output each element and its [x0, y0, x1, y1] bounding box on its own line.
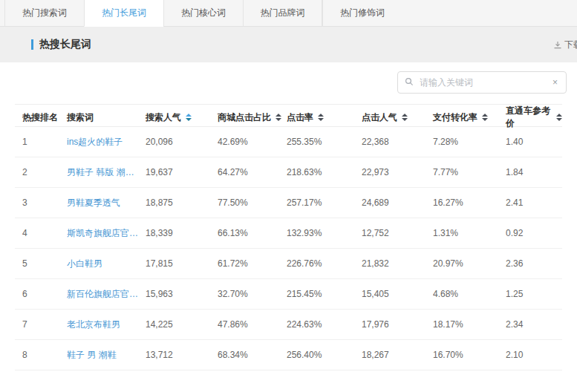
search-icon	[405, 76, 414, 89]
ztc-price-cell: 2.36	[506, 258, 562, 269]
clear-search-icon[interactable]: ×	[551, 76, 559, 88]
click-rate-cell: 224.63%	[287, 319, 362, 330]
keyword-link[interactable]: 斯凯奇旗舰店官方旗舰	[67, 227, 146, 240]
search-popularity-cell: 20,096	[146, 137, 218, 147]
section-header: 热搜长尾词 下载	[0, 27, 577, 62]
click-rate-cell: 255.35%	[287, 137, 362, 147]
keyword-link[interactable]: ins超火的鞋子	[67, 136, 146, 148]
sort-carets-icon[interactable]	[402, 114, 408, 121]
mall-click-share-cell: 77.50%	[218, 197, 287, 208]
rank-cell: 5	[22, 258, 67, 269]
download-link[interactable]: 下载	[553, 39, 577, 51]
rank-cell: 7	[22, 319, 67, 330]
rank-cell: 3	[22, 197, 67, 208]
column-label: 直通车参考价	[506, 105, 552, 130]
tab-hot-brand-words[interactable]: 热门品牌词	[243, 0, 322, 27]
sort-carets-icon[interactable]	[318, 114, 324, 121]
sort-carets-icon[interactable]	[276, 114, 281, 121]
search-popularity-cell: 18,875	[146, 197, 218, 208]
keyword-link[interactable]: 男鞋夏季透气	[67, 197, 146, 209]
rank-cell: 2	[22, 167, 67, 177]
search-popularity-cell: 18,339	[146, 228, 218, 238]
mall-click-share-cell: 47.86%	[218, 319, 287, 330]
column-header-ztc-price[interactable]: 直通车参考价	[506, 105, 562, 130]
click-rate-cell: 215.45%	[287, 289, 362, 299]
click-popularity-cell: 17,976	[362, 319, 433, 330]
sort-carets-icon[interactable]	[186, 114, 192, 121]
mall-click-share-cell: 42.69%	[218, 137, 287, 147]
column-label: 点击率	[287, 111, 313, 124]
ztc-price-cell: 2.34	[506, 319, 562, 330]
title-accent-bar	[31, 39, 33, 50]
ztc-price-cell: 0.92	[506, 228, 562, 238]
column-label: 热搜排名	[22, 111, 58, 124]
click-popularity-cell: 12,752	[362, 228, 433, 238]
table-row: 4 斯凯奇旗舰店官方旗舰 18,339 66.13% 132.93% 12,75…	[15, 218, 562, 249]
search-popularity-cell: 13,712	[146, 350, 218, 360]
table-header-row: 热搜排名 搜索词 搜索人气 商城点击占比 点击率 点击	[15, 104, 562, 127]
keyword-link[interactable]: 鞋子 男 潮鞋	[67, 349, 146, 362]
tab-hot-core-words[interactable]: 热门核心词	[163, 0, 243, 27]
table-body: 1 ins超火的鞋子 20,096 42.69% 255.35% 22,368 …	[15, 127, 562, 370]
tab-hot-longtail-words[interactable]: 热门长尾词	[84, 0, 163, 27]
column-header-pay-conversion[interactable]: 支付转化率	[433, 111, 506, 124]
click-popularity-cell: 21,832	[362, 258, 433, 269]
main-content: × 热搜排名 搜索词 搜索人气 商城点击占比	[0, 62, 577, 370]
page-title-text: 热搜长尾词	[39, 38, 91, 51]
pay-conversion-cell: 18.17%	[433, 319, 506, 330]
click-rate-cell: 218.63%	[287, 167, 362, 177]
sort-carets-icon[interactable]	[556, 114, 562, 121]
keyword-link[interactable]: 男鞋子 韩版 潮流 英...	[67, 166, 146, 179]
mall-click-share-cell: 64.27%	[218, 167, 287, 177]
rank-cell: 6	[22, 289, 67, 299]
click-popularity-cell: 18,267	[362, 350, 433, 360]
keyword-link[interactable]: 小白鞋男	[67, 258, 146, 270]
keyword-search-box: ×	[397, 71, 567, 94]
column-header-mall-click-share[interactable]: 商城点击占比	[218, 111, 287, 124]
tab-hot-search-words[interactable]: 热门搜索词	[4, 0, 84, 27]
hot-longtail-words-page: 热门搜索词 热门长尾词 热门核心词 热门品牌词 热门修饰词 热搜长尾词 下载	[0, 0, 577, 370]
column-header-search-popularity[interactable]: 搜索人气	[146, 111, 218, 124]
tab-hot-modifier-words[interactable]: 热门修饰词	[322, 0, 402, 27]
pay-conversion-cell: 1.31%	[433, 228, 506, 238]
search-row: ×	[0, 62, 577, 104]
column-label: 点击人气	[362, 111, 397, 124]
ztc-price-cell: 2.41	[506, 197, 562, 208]
column-label: 支付转化率	[433, 111, 477, 124]
column-header-keyword: 搜索词	[67, 111, 146, 124]
search-popularity-cell: 14,225	[146, 319, 218, 330]
pay-conversion-cell: 20.97%	[433, 258, 506, 269]
column-header-click-popularity[interactable]: 点击人气	[362, 111, 433, 124]
column-header-click-rate[interactable]: 点击率	[287, 111, 362, 124]
ztc-price-cell: 1.25	[506, 289, 562, 299]
table-row: 5 小白鞋男 17,815 61.72% 226.76% 21,832 20.9…	[15, 249, 562, 279]
click-popularity-cell: 22,973	[362, 167, 433, 177]
click-rate-cell: 257.17%	[287, 197, 362, 208]
ztc-price-cell: 2.10	[506, 350, 562, 360]
keyword-link[interactable]: 老北京布鞋男	[67, 318, 146, 331]
rank-cell: 4	[22, 228, 67, 238]
table-row: 1 ins超火的鞋子 20,096 42.69% 255.35% 22,368 …	[15, 127, 562, 157]
download-label: 下载	[564, 39, 577, 51]
keyword-link[interactable]: 新百伦旗舰店官方正品	[67, 288, 146, 301]
click-popularity-cell: 15,405	[362, 289, 433, 299]
mall-click-share-cell: 66.13%	[218, 228, 287, 238]
pay-conversion-cell: 16.27%	[433, 197, 506, 208]
click-rate-cell: 256.40%	[287, 350, 362, 360]
keywords-table: 热搜排名 搜索词 搜索人气 商城点击占比 点击率 点击	[15, 104, 562, 370]
mall-click-share-cell: 32.70%	[218, 289, 287, 299]
tab-bar-filler	[402, 0, 577, 27]
table-row: 6 新百伦旗舰店官方正品 15,963 32.70% 215.45% 15,40…	[15, 279, 562, 310]
click-rate-cell: 226.76%	[287, 258, 362, 269]
sort-carets-icon[interactable]	[482, 114, 488, 121]
column-label: 商城点击占比	[218, 111, 271, 124]
table-row: 7 老北京布鞋男 14,225 47.86% 224.63% 17,976 18…	[15, 310, 562, 340]
pay-conversion-cell: 7.77%	[433, 167, 506, 177]
search-input[interactable]	[418, 76, 551, 88]
ztc-price-cell: 1.40	[506, 137, 562, 147]
click-rate-cell: 132.93%	[287, 228, 362, 238]
rank-cell: 1	[22, 137, 67, 147]
table-row: 2 男鞋子 韩版 潮流 英... 19,637 64.27% 218.63% 2…	[15, 157, 562, 188]
pay-conversion-cell: 16.70%	[433, 350, 506, 360]
download-icon	[553, 40, 562, 49]
